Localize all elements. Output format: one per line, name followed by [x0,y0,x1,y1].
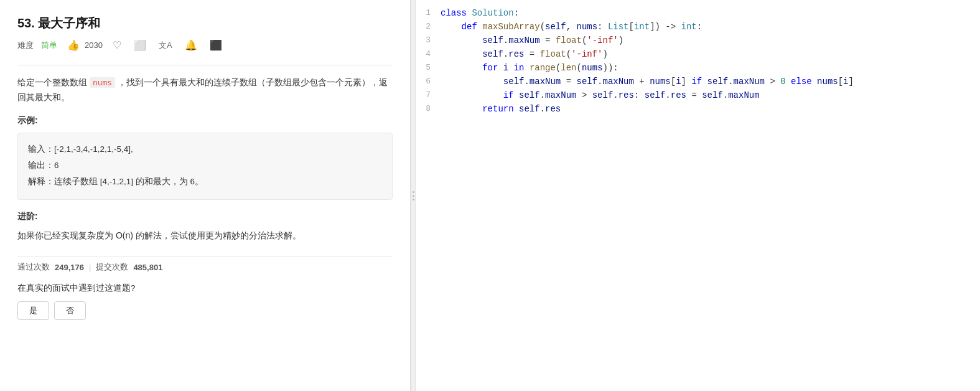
example-input-value: [-2,1,-3,4,-1,2,1,-5,4], [54,144,133,154]
code-line: 3 self.maxNum = float('-inf') [416,34,980,47]
code-line: 4 self.res = float('-inf') [416,47,980,61]
example-explain-line: 解释：连续子数组 [4,-1,2,1] 的和最大，为 6。 [28,174,382,189]
translate-button[interactable]: 文A [156,39,175,52]
code-area[interactable]: 1class Solution:2 def maxSubArray(self, … [416,0,980,391]
line-number: 8 [416,102,441,116]
yes-button[interactable]: 是 [17,301,49,320]
line-number: 5 [416,61,441,75]
example-input-line: 输入：[-2,1,-3,4,-1,2,1,-5,4], [28,142,382,157]
code-line: 8 return self.res [416,102,980,116]
like-number: 2030 [85,40,103,50]
problem-panel: 53. 最大子序和 难度 简单 👍 2030 ♡ ⬜ 文A 🔔 ⬛ 给定一个整数… [0,0,411,391]
example-input-label: 输入： [28,144,54,154]
stats-pass-label: 通过次数 [17,261,50,273]
interview-question: 在真实的面试中遇到过这道题? [17,283,393,294]
bell-button[interactable]: 🔔 [182,38,200,52]
line-number: 1 [416,6,441,20]
line-content: def maxSubArray(self, nums: List[int]) -… [441,20,980,34]
code-line: 1class Solution: [416,6,980,20]
problem-description: 给定一个整数数组 nums ，找到一个具有最大和的连续子数组（子数组最少包含一个… [17,75,393,105]
like-button[interactable]: 👍 [65,38,82,52]
line-number: 7 [416,88,441,102]
code-line: 6 self.maxNum = self.maxNum + nums[i] if… [416,75,980,88]
favorite-button[interactable]: ♡ [110,38,124,52]
code-editor-panel: 1class Solution:2 def maxSubArray(self, … [416,0,980,391]
example-output-line: 输出：6 [28,158,382,173]
stats-pass-value: 249,176 [55,263,84,272]
line-content: self.maxNum = self.maxNum + nums[i] if s… [441,75,980,88]
difficulty-value: 简单 [41,40,57,51]
advanced-section: 进阶: 如果你已经实现复杂度为 O(n) 的解法，尝试使用更为精妙的分治法求解。 [17,211,393,243]
resizer-dot-3 [413,199,414,200]
code-line: 2 def maxSubArray(self, nums: List[int])… [416,20,980,34]
example-title: 示例: [17,115,393,126]
line-number: 3 [416,34,441,47]
line-number: 6 [416,75,441,88]
example-box: 输入：[-2,1,-3,4,-1,2,1,-5,4], 输出：6 解释：连续子数… [17,133,393,200]
example-output-label: 输出： [28,161,54,170]
problem-title: 53. 最大子序和 [17,15,393,32]
panel-resizer[interactable] [411,0,416,391]
advanced-title: 进阶: [17,211,393,222]
inline-code-nums: nums [90,77,115,88]
interview-buttons: 是 否 [17,301,393,320]
example-output-value: 6 [54,161,59,170]
advanced-text: 如果你已经实现复杂度为 O(n) 的解法，尝试使用更为精妙的分治法求解。 [17,228,393,243]
line-number: 2 [416,20,441,34]
example-explain-value: 连续子数组 [4,-1,2,1] 的和最大，为 6。 [54,177,203,186]
line-content: self.res = float('-inf') [441,47,980,61]
code-line: 5 for i in range(len(nums)): [416,61,980,75]
bookmark-button[interactable]: ⬛ [207,38,225,52]
stats-submit-label: 提交次数 [96,261,128,273]
difficulty-label: 难度 [17,40,34,51]
difficulty-row: 难度 简单 👍 2030 ♡ ⬜ 文A 🔔 ⬛ [17,38,393,52]
line-number: 4 [416,47,441,61]
resizer-dot-1 [413,191,414,193]
line-content: for i in range(len(nums)): [441,61,980,75]
line-content: return self.res [441,102,980,116]
no-button[interactable]: 否 [54,301,86,320]
line-content: if self.maxNum > self.res: self.res = se… [441,88,980,102]
stats-submit-value: 485,801 [133,263,162,272]
stats-divider: | [89,263,91,272]
stats-row: 通过次数 249,176 | 提交次数 485,801 [17,256,393,273]
code-line: 7 if self.maxNum > self.res: self.res = … [416,88,980,102]
line-content: class Solution: [441,6,980,20]
example-explain-label: 解释： [28,177,54,186]
line-content: self.maxNum = float('-inf') [441,34,980,47]
share-button[interactable]: ⬜ [131,38,149,52]
like-count: 👍 2030 [65,38,103,52]
resizer-dot-2 [413,195,414,197]
header-divider [17,65,393,65]
